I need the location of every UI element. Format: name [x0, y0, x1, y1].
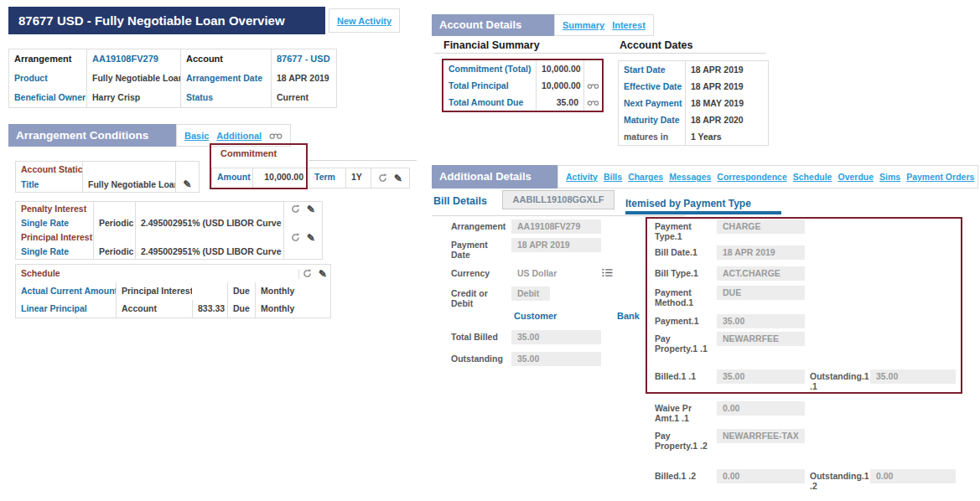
- title-field-value: Fully Negotiable Loan: [82, 177, 175, 192]
- link-activity[interactable]: Activity: [566, 172, 598, 182]
- interest-conditions-table: Penalty Interest ✎ Single Rate Periodic …: [15, 201, 323, 260]
- field-label: Bill Date.1: [655, 247, 710, 257]
- commitment-actions: ✎: [371, 168, 409, 188]
- link-messages[interactable]: Messages: [669, 172, 711, 182]
- total-billed-field: 35.00: [511, 330, 601, 344]
- arrangement-field: AA19108FV279: [511, 220, 601, 234]
- empty-cell: [583, 60, 602, 77]
- binoculars-icon[interactable]: [587, 99, 599, 106]
- outstanding-field: 35.00: [511, 352, 601, 366]
- empty-cell: [93, 230, 135, 245]
- account-static-title: Account Static: [16, 162, 82, 177]
- account-id: 87677 - USD: [271, 49, 336, 69]
- empty-cell: [82, 162, 175, 177]
- schedule-actions: ✎: [298, 269, 330, 279]
- info-value: 18 APR 2019: [271, 69, 336, 88]
- link-schedule[interactable]: Schedule: [793, 172, 832, 182]
- tab-additional[interactable]: Additional: [216, 131, 262, 141]
- date-value: 18 MAY 2019: [685, 95, 768, 111]
- link-sims[interactable]: Sims: [879, 172, 900, 182]
- info-label: Beneficial Owner: [9, 88, 86, 107]
- info-value: Current: [271, 88, 336, 107]
- additional-details-links: Activity Bills Charges Messages Correspo…: [557, 165, 978, 189]
- refresh-icon[interactable]: [291, 204, 300, 214]
- pay-property-field: NEWARRFEE: [717, 332, 805, 346]
- tab-summary[interactable]: Summary: [563, 20, 604, 30]
- principal-interest-title: Principal Interest: [16, 230, 93, 245]
- refresh-icon[interactable]: [291, 233, 300, 242]
- billed-field: 35.00: [717, 369, 805, 384]
- empty-cell: [175, 162, 199, 177]
- payment-amount-field: 35.00: [717, 314, 805, 328]
- schedule-row-label: Actual Current Amount: [16, 282, 116, 300]
- bill-date-field: 18 APR 2019: [717, 245, 805, 260]
- bank-link[interactable]: Bank: [617, 311, 640, 321]
- info-label: Arrangement: [9, 49, 86, 69]
- customer-link[interactable]: Customer: [514, 311, 557, 321]
- commitment-amount-label: Amount: [212, 168, 252, 188]
- field-label: Billed.1 .2: [655, 471, 710, 481]
- date-value: 1 Years: [685, 128, 768, 145]
- account-details-title: Account Details: [439, 18, 521, 31]
- refresh-icon[interactable]: [303, 269, 312, 278]
- principal-interest-actions: ✎: [283, 230, 322, 245]
- account-dates-table: Start Date 18 APR 2019 Effective Date 18…: [618, 60, 769, 146]
- field-label: Total Billed: [451, 332, 508, 342]
- commitment-term-label: Term: [309, 168, 345, 188]
- edit-icon[interactable]: ✎: [307, 233, 315, 243]
- fin-value: 35.00: [536, 94, 583, 111]
- active-tab-indicator: [625, 211, 781, 214]
- tab-interest[interactable]: Interest: [612, 20, 646, 30]
- binoculars-icon[interactable]: [587, 82, 599, 89]
- page-title-bar: 87677 USD - Fully Negotiable Loan Overvi…: [8, 7, 325, 34]
- refresh-icon[interactable]: [378, 173, 387, 183]
- currency-value: US Dollar: [517, 266, 557, 281]
- page-title: 87677 USD - Fully Negotiable Loan Overvi…: [18, 13, 285, 28]
- schedule-row-label: Linear Principal: [16, 300, 116, 318]
- waive-amount-field: 0.00: [717, 401, 805, 416]
- date-label: Start Date: [619, 61, 685, 78]
- info-label: Arrangement Date: [180, 69, 271, 88]
- rate-value: 2.495002951% (USD LIBOR Curve ): [135, 216, 283, 230]
- link-correspondence[interactable]: Correspondence: [717, 172, 786, 182]
- schedule-cell: Due: [227, 300, 255, 318]
- link-overdue[interactable]: Overdue: [837, 172, 874, 182]
- edit-icon[interactable]: ✎: [319, 269, 327, 279]
- link-charges[interactable]: Charges: [628, 172, 663, 182]
- additional-details-title: Additional Details: [439, 170, 531, 183]
- field-label: Currency: [451, 268, 508, 278]
- commitment-row: Amount 10,000.00 Term 1Y ✎: [211, 168, 410, 189]
- info-value: Fully Negotiable Loan: [86, 69, 180, 88]
- field-label: Outstanding.1 .2: [810, 471, 877, 491]
- field-label: Payment.1: [655, 316, 710, 326]
- penalty-interest-title: Penalty Interest: [16, 202, 93, 216]
- empty-cell: [283, 216, 322, 230]
- edit-icon[interactable]: ✎: [307, 204, 315, 214]
- rate-value: 2.495002951% (USD LIBOR Curve ): [135, 245, 283, 259]
- schedule-cell: Monthly: [255, 282, 298, 300]
- commitment-section-title: Commitment: [220, 148, 277, 158]
- link-bills[interactable]: Bills: [604, 172, 622, 182]
- arrangement-conditions-title: Arrangement Conditions: [16, 129, 148, 142]
- new-activity-button[interactable]: New Activity: [329, 8, 400, 33]
- edit-icon[interactable]: ✎: [394, 173, 402, 183]
- edit-icon[interactable]: ✎: [183, 179, 191, 189]
- binoculars-icon[interactable]: [269, 132, 283, 139]
- list-lookup-icon[interactable]: [602, 268, 613, 277]
- account-details-header: Account Details: [432, 14, 554, 36]
- tab-basic[interactable]: Basic: [184, 131, 209, 141]
- view-cell: [583, 94, 602, 111]
- fin-label: Commitment (Total): [443, 60, 536, 77]
- arrangement-conditions-header: Arrangement Conditions: [8, 124, 176, 147]
- tab-itemised-by-payment-type[interactable]: Itemised by Payment Type: [625, 198, 751, 209]
- bill-reference-button[interactable]: AABILL19108GGXLF: [502, 190, 614, 209]
- divider: [432, 215, 685, 216]
- fin-label: Total Principal: [443, 77, 536, 94]
- commitment-amount-value: 10,000.00: [252, 168, 309, 188]
- field-label: Bill Type.1: [655, 268, 710, 278]
- empty-cell: [135, 230, 283, 245]
- info-label: Status: [180, 88, 271, 107]
- link-payment-orders[interactable]: Payment Orders: [906, 172, 974, 182]
- field-label: Outstanding.1 .1: [810, 371, 877, 391]
- account-static-actions: ✎: [175, 177, 199, 192]
